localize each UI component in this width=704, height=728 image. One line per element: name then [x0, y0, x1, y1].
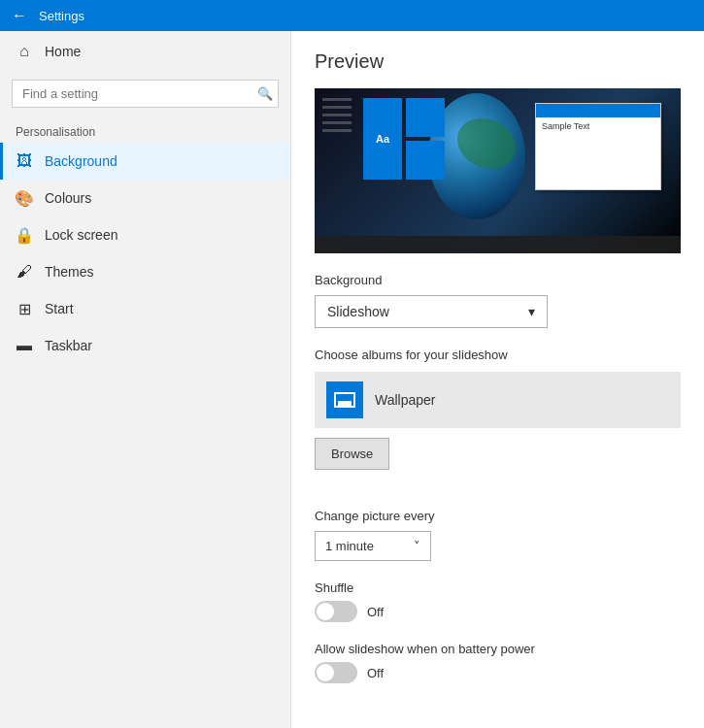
preview-sidebar: [322, 98, 352, 132]
background-dropdown-value: Slideshow: [327, 304, 389, 319]
start-icon: ⊞: [16, 300, 33, 317]
shuffle-toggle-row: Off: [315, 601, 681, 622]
preview-tile-aa: Aa: [363, 98, 402, 180]
choose-albums-label: Choose albums for your slideshow: [315, 347, 681, 362]
preview-line-3: [322, 114, 352, 116]
preview-tiles: Aa: [363, 98, 445, 180]
back-button[interactable]: ←: [10, 6, 29, 25]
preview-line-2: [322, 106, 352, 109]
shuffle-setting-group: Shuffle Off: [315, 580, 681, 622]
sidebar-start-label: Start: [45, 301, 74, 316]
battery-state-label: Off: [367, 666, 384, 680]
battery-toggle-knob: [317, 664, 334, 681]
background-dropdown-chevron: ▾: [528, 304, 535, 319]
search-icon: 🔍: [257, 86, 273, 101]
background-icon: 🖼: [16, 152, 33, 170]
preview-line-4: [322, 121, 352, 124]
preview-title: Preview: [315, 50, 681, 73]
album-name: Wallpaper: [375, 392, 436, 408]
preview-window: Sample Text: [535, 103, 661, 190]
sidebar: ⌂ Home 🔍 Personalisation 🖼 Background 🎨 …: [0, 31, 291, 728]
main-content: Preview Aa: [291, 31, 704, 728]
preview-tile-sm1: [406, 98, 445, 137]
sidebar-home-label: Home: [45, 44, 81, 59]
interval-chevron: ˅: [414, 539, 420, 553]
preview-desktop: Aa Sample Text: [315, 88, 681, 253]
shuffle-toggle[interactable]: [315, 601, 357, 622]
sidebar-item-taskbar[interactable]: ▬ Taskbar: [0, 327, 290, 364]
lockscreen-icon: 🔒: [16, 226, 33, 244]
sidebar-themes-label: Themes: [45, 264, 94, 280]
taskbar-icon: ▬: [16, 337, 33, 354]
change-picture-label: Change picture every: [315, 509, 681, 523]
sidebar-lockscreen-label: Lock screen: [45, 227, 117, 243]
preview-sample-text: Sample Text: [542, 121, 589, 131]
interval-value: 1 minute: [325, 539, 374, 553]
album-folder-icon: [326, 381, 363, 418]
battery-toggle-row: Off: [315, 662, 681, 683]
themes-icon: 🖌: [16, 263, 33, 281]
search-input[interactable]: [12, 80, 279, 108]
sidebar-home[interactable]: ⌂ Home: [0, 31, 290, 72]
interval-dropdown[interactable]: 1 minute ˅: [315, 531, 431, 561]
albums-setting-group: Choose albums for your slideshow Wallpap…: [315, 347, 681, 489]
preview-window-titlebar: [536, 104, 660, 117]
shuffle-label: Shuffle: [315, 580, 681, 595]
album-item[interactable]: Wallpaper: [315, 372, 681, 428]
sidebar-taskbar-label: Taskbar: [45, 338, 92, 353]
sidebar-item-themes[interactable]: 🖌 Themes: [0, 253, 290, 290]
background-setting-group: Background Slideshow ▾: [315, 273, 681, 328]
sidebar-item-lockscreen[interactable]: 🔒 Lock screen: [0, 216, 290, 253]
interval-setting-group: Change picture every 1 minute ˅: [315, 509, 681, 561]
sidebar-section-label: Personalisation: [0, 116, 290, 143]
sidebar-background-label: Background: [45, 153, 117, 169]
background-dropdown[interactable]: Slideshow ▾: [315, 295, 548, 328]
home-icon: ⌂: [16, 43, 33, 60]
preview-line-1: [322, 98, 352, 101]
preview-taskbar: [315, 236, 681, 253]
colours-icon: 🎨: [16, 189, 33, 207]
battery-toggle[interactable]: [315, 662, 357, 683]
sidebar-item-start[interactable]: ⊞ Start: [0, 290, 290, 327]
preview-tile-sm2: [406, 141, 445, 180]
shuffle-state-label: Off: [367, 605, 384, 619]
folder-shape: [334, 392, 355, 408]
sidebar-colours-label: Colours: [45, 190, 91, 206]
preview-window-body: Sample Text: [536, 117, 660, 135]
sidebar-item-colours[interactable]: 🎨 Colours: [0, 180, 290, 216]
app-title: Settings: [39, 9, 84, 23]
title-bar: ← Settings: [0, 0, 704, 31]
preview-line-5: [322, 129, 352, 132]
search-box-container: 🔍: [12, 80, 279, 108]
battery-setting-group: Allow slideshow when on battery power Of…: [315, 642, 681, 683]
battery-label: Allow slideshow when on battery power: [315, 642, 681, 656]
sidebar-item-background[interactable]: 🖼 Background: [0, 143, 290, 180]
preview-image: Aa Sample Text: [315, 88, 681, 253]
app-body: ⌂ Home 🔍 Personalisation 🖼 Background 🎨 …: [0, 31, 704, 728]
background-label: Background: [315, 273, 681, 287]
browse-button[interactable]: Browse: [315, 438, 389, 470]
shuffle-toggle-knob: [317, 603, 334, 620]
